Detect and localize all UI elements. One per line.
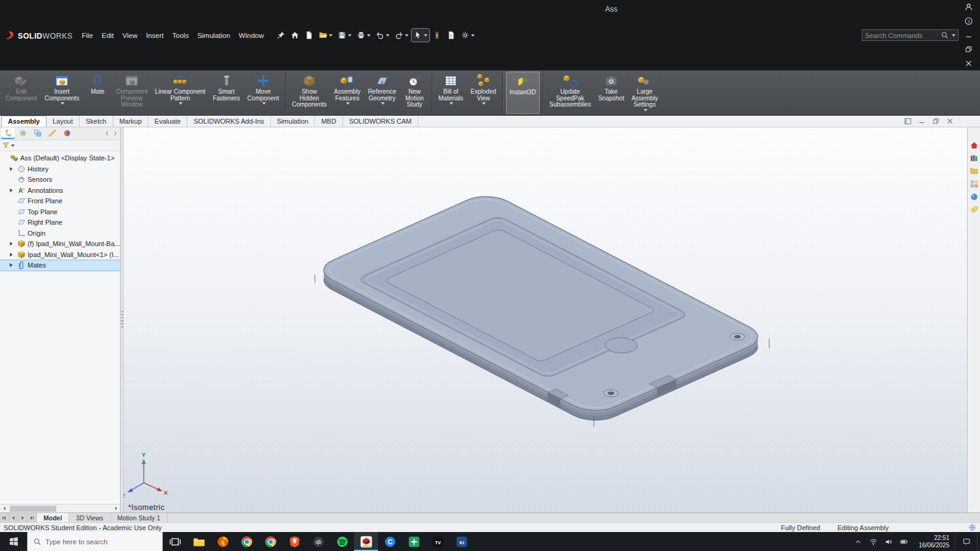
expand-arrow[interactable] [10, 189, 15, 192]
tab-sketch[interactable]: Sketch [80, 116, 113, 127]
expand-arrow[interactable] [10, 167, 15, 171]
volume-button[interactable] [883, 538, 895, 546]
bill-of-materials-button[interactable]: Bill ofMaterials [435, 72, 467, 114]
tree-item-front-plane[interactable]: Front Plane [0, 196, 120, 207]
dock-pane-button[interactable] [903, 117, 912, 126]
task-view-button[interactable] [163, 532, 187, 551]
user-account-button[interactable] [960, 0, 976, 14]
minimize-button[interactable] [960, 28, 976, 42]
expand-arrow[interactable] [10, 263, 15, 267]
take-snapshot-button[interactable]: TakeSnapshot [595, 72, 627, 114]
tree-item-f-ipad-mini-wall-mount-ba[interactable]: (f) Ipad_Mini_Wall_Mount-Ba... [0, 239, 120, 250]
file-explorer-button[interactable] [187, 532, 211, 551]
expand-arrow[interactable] [10, 253, 15, 257]
smart-fasteners-button[interactable]: SmartFasteners [209, 72, 243, 114]
tab-solidworks-add-ins[interactable]: SOLIDWORKS Add-Ins [187, 116, 271, 127]
mate-button[interactable]: Mate [83, 72, 111, 114]
model-3d-view[interactable]: Y X Z [124, 127, 967, 513]
command-search-input[interactable] [865, 32, 939, 39]
close-button[interactable] [960, 56, 976, 70]
help-button[interactable]: ? [960, 14, 976, 28]
green-app-button[interactable] [402, 532, 426, 551]
chrome-alt-button[interactable] [258, 532, 282, 551]
configurationmanager-tab[interactable] [31, 127, 44, 139]
tab-mbd[interactable]: MBD [315, 116, 342, 127]
tray-chevron-button[interactable] [852, 538, 864, 546]
model-ipad-mini-wall-mount[interactable] [312, 190, 770, 427]
print-button[interactable] [355, 29, 372, 42]
tab-solidworks-cam[interactable]: SOLIDWORKS CAM [343, 116, 418, 127]
design-library-button[interactable] [970, 154, 979, 163]
menu-insert[interactable]: Insert [142, 29, 168, 42]
scrollbar-thumb[interactable] [10, 506, 56, 512]
scrollbar-left-button[interactable] [0, 504, 9, 512]
filter-button[interactable] [2, 141, 15, 149]
tree-item-mates[interactable]: Mates [0, 260, 120, 271]
menu-edit[interactable]: Edit [97, 29, 118, 42]
tab-simulation[interactable]: Simulation [271, 116, 315, 127]
taskbar-search-input[interactable] [45, 538, 157, 545]
rebuild-button[interactable] [431, 29, 443, 42]
scrollbar-right-button[interactable] [111, 504, 120, 512]
battery-button[interactable] [898, 538, 910, 546]
tree-item-annotations[interactable]: AAnnotations [0, 185, 120, 196]
pin-button[interactable] [274, 29, 287, 42]
restore-button[interactable] [960, 42, 976, 56]
nav-next-button[interactable] [18, 513, 28, 522]
menu-tools[interactable]: Tools [168, 29, 193, 42]
tree-item-right-plane[interactable]: Right Plane [0, 217, 120, 228]
tab-markup[interactable]: Markup [113, 116, 149, 127]
new-motion-study-button[interactable]: NewMotionStudy [401, 72, 429, 114]
file-explorer-pane-button[interactable] [970, 167, 979, 176]
tab-evaluate[interactable]: Evaluate [148, 116, 187, 127]
open-button[interactable] [317, 29, 334, 42]
taskbar-clock[interactable]: 22:51 16/06/2025 [913, 532, 955, 551]
tab-assembly[interactable]: Assembly [1, 116, 47, 127]
instant3d-button[interactable]: Instant3D [506, 72, 540, 114]
view-palette-button[interactable] [970, 179, 979, 189]
circle-c-app-button[interactable]: C [378, 532, 402, 551]
chevron-left-button[interactable] [104, 129, 111, 138]
tree-item-top-plane[interactable]: Top Plane [0, 206, 120, 217]
search-dropdown-caret[interactable] [952, 34, 956, 39]
tv-app-button[interactable]: TV [426, 532, 450, 551]
menu-file[interactable]: File [77, 29, 97, 42]
network-button[interactable] [867, 538, 880, 546]
insert-components-button[interactable]: InsertComponents [42, 72, 83, 114]
tree-item-sensors[interactable]: Sensors [0, 174, 120, 186]
close-doc-button[interactable] [946, 117, 954, 126]
kicad-button[interactable]: Ki [450, 532, 473, 551]
doc-tab-3d-views[interactable]: 3D Views [69, 513, 110, 522]
taskbar-search[interactable] [27, 532, 163, 551]
minimize-doc-button[interactable] [918, 117, 926, 126]
new-document-button[interactable] [303, 29, 315, 42]
chevron-right-button[interactable] [111, 129, 119, 138]
restore-doc-button[interactable] [932, 117, 940, 126]
spotify-button[interactable] [330, 532, 354, 551]
show-desktop-button[interactable] [977, 532, 980, 551]
update-speedpak-button[interactable]: UpdateSpeedPakSubassemblies [546, 72, 594, 114]
file-properties-button[interactable] [445, 29, 458, 42]
propertymanager-tab[interactable] [16, 127, 29, 139]
menu-window[interactable]: Window [235, 29, 268, 42]
tree-item-ipad-mini-wall-mount-1-i[interactable]: Ipad_Mini_Wall_Mount<1> (I... [0, 249, 120, 260]
solidworks-app-button[interactable] [354, 532, 378, 551]
tab-layout[interactable]: Layout [47, 116, 80, 127]
graphics-area[interactable]: Y X Z *Isometric [124, 127, 967, 513]
nav-first-button[interactable] [0, 513, 9, 522]
task-pane-resources-button[interactable] [970, 141, 979, 150]
tree-item-history[interactable]: History [0, 163, 120, 174]
nav-last-button[interactable] [28, 513, 37, 522]
notifications-button[interactable] [955, 532, 977, 551]
brave-button[interactable] [282, 532, 306, 551]
home-button[interactable] [288, 29, 301, 42]
featuremanager-tab[interactable] [1, 127, 15, 139]
quickbooks-button[interactable]: qb [306, 532, 330, 551]
linear-component-pattern-button[interactable]: Linear ComponentPattern [152, 72, 208, 114]
move-component-button[interactable]: MoveComponent [244, 72, 282, 114]
chrome-button[interactable] [235, 532, 258, 551]
appearances-pane-button[interactable] [970, 192, 979, 201]
command-search[interactable] [862, 29, 959, 41]
show-hidden-components-button[interactable]: ShowHiddenComponents [289, 72, 330, 114]
save-button[interactable] [336, 29, 353, 42]
